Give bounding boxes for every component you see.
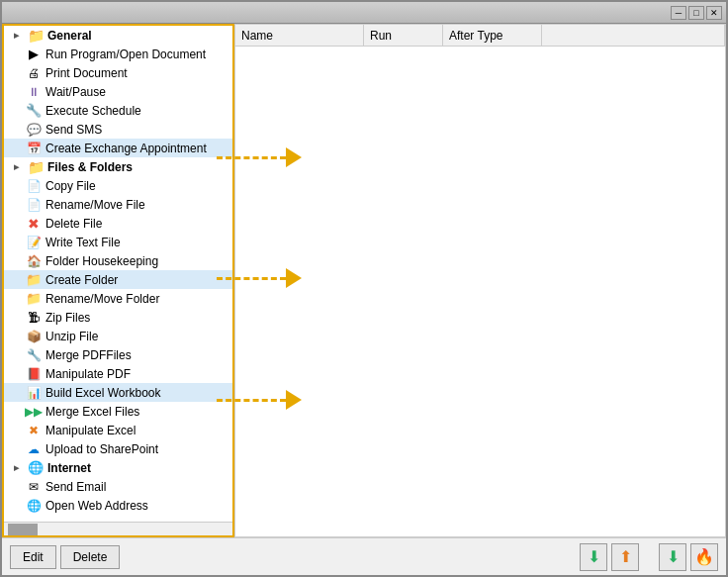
category-general-label: General [47, 29, 92, 43]
sidebar-item-execute-schedule[interactable]: 🔧 Execute Schedule [4, 101, 232, 120]
create-folder-icon: 📁 [26, 272, 42, 288]
horizontal-scrollbar[interactable] [4, 522, 232, 535]
create-folder-label: Create Folder [46, 273, 118, 287]
minimize-button[interactable]: ─ [671, 6, 686, 20]
category-files-folders[interactable]: ▸ 📁 Files & Folders [4, 157, 232, 176]
bottom-toolbar: Edit Delete ⬇ ⬆ ⬇ 🔥 [2, 537, 726, 575]
sidebar-item-delete-file[interactable]: ✖ Delete File [4, 214, 232, 233]
rename-move-folder-label: Rename/Move Folder [46, 292, 159, 306]
sidebar-item-manipulate-pdf[interactable]: 📕 Manipulate PDF [4, 364, 232, 383]
sidebar-item-build-excel[interactable]: 📊 Build Excel Workbook [4, 383, 232, 402]
move-up-button[interactable]: ⬆ [611, 543, 639, 571]
wait-pause-icon: ⏸ [26, 84, 42, 100]
col-name-label: Name [241, 29, 273, 43]
sidebar-item-send-sms[interactable]: 💬 Send SMS [4, 120, 232, 139]
sidebar-item-upload-sharepoint[interactable]: ☁ Upload to SharePoint [4, 439, 232, 458]
sidebar-item-zip-files[interactable]: 🗜 Zip Files [4, 308, 232, 327]
rename-move-folder-icon: 📁 [26, 291, 42, 307]
collapse-icon: ▸ [8, 28, 24, 44]
category-general[interactable]: ▸ 📁 General [4, 26, 232, 45]
sidebar-item-open-web[interactable]: 🌐 Open Web Address [4, 496, 232, 515]
left-panel: ▸ 📁 General ▶ Run Program/Open Document … [2, 24, 234, 537]
rename-move-file-icon: 📄 [26, 197, 42, 213]
unzip-file-icon: 📦 [26, 329, 42, 344]
folder-housekeeping-icon: 🏠 [26, 253, 42, 269]
send-sms-icon: 💬 [26, 122, 42, 138]
copy-file-icon: 📄 [26, 178, 42, 194]
sidebar-item-create-folder[interactable]: 📁 Create Folder [4, 270, 232, 289]
right-panel: Name Run After Type [234, 24, 726, 537]
category-internet[interactable]: ▸ 🌐 Internet [4, 458, 232, 477]
sidebar-item-rename-move-folder[interactable]: 📁 Rename/Move Folder [4, 289, 232, 308]
unzip-file-label: Unzip File [46, 330, 98, 343]
maximize-button[interactable]: □ [688, 6, 704, 20]
edit-button[interactable]: Edit [10, 545, 56, 569]
tree-container[interactable]: ▸ 📁 General ▶ Run Program/Open Document … [4, 26, 232, 522]
delete-button[interactable]: Delete [60, 545, 121, 569]
export-button[interactable]: 🔥 [690, 543, 718, 571]
close-button[interactable]: ✕ [706, 6, 722, 20]
sidebar-item-run-program[interactable]: ▶ Run Program/Open Document [4, 45, 232, 63]
sidebar-item-write-text-file[interactable]: 📝 Write Text File [4, 233, 232, 251]
copy-file-label: Copy File [46, 179, 96, 193]
col-run-header: Run [364, 25, 443, 46]
general-folder-icon: 📁 [28, 28, 44, 44]
move-down-button[interactable]: ⬇ [580, 543, 607, 571]
sidebar-item-create-exchange[interactable]: 📅 Create Exchange Appointment [4, 139, 232, 157]
execute-schedule-label: Execute Schedule [46, 104, 141, 118]
export-icon: 🔥 [694, 547, 714, 566]
h-scroll-thumb [8, 524, 38, 535]
delete-file-label: Delete File [46, 217, 102, 231]
col-name-header: Name [235, 25, 364, 46]
internet-collapse-icon: ▸ [8, 460, 24, 476]
manipulate-excel-icon: ✖ [26, 423, 42, 438]
run-program-label: Run Program/Open Document [46, 48, 206, 61]
merge-excel-icon: ▶▶ [26, 404, 42, 420]
send-sms-label: Send SMS [46, 123, 102, 137]
col-after-header: After Type [443, 25, 542, 46]
rename-move-file-label: Rename/Move File [46, 198, 145, 212]
folder-housekeeping-label: Folder Housekeeping [46, 254, 158, 268]
dashed-line-1 [217, 156, 286, 159]
sidebar-item-manipulate-excel[interactable]: ✖ Manipulate Excel [4, 421, 232, 439]
open-web-icon: 🌐 [26, 498, 42, 514]
arrow-head-1 [286, 147, 302, 167]
table-body [235, 47, 725, 536]
sidebar-item-unzip-file[interactable]: 📦 Unzip File [4, 327, 232, 345]
col-extra-header [542, 25, 725, 46]
create-exchange-icon: 📅 [26, 141, 42, 156]
print-document-label: Print Document [46, 66, 128, 80]
main-area: ▸ 📁 General ▶ Run Program/Open Document … [2, 24, 726, 537]
sidebar-item-send-email[interactable]: ✉ Send Email [4, 477, 232, 496]
upload-sharepoint-label: Upload to SharePoint [46, 442, 158, 456]
open-web-label: Open Web Address [46, 499, 148, 513]
create-exchange-label: Create Exchange Appointment [46, 142, 207, 155]
arrow3 [217, 390, 302, 410]
write-text-file-label: Write Text File [46, 236, 121, 249]
category-internet-label: Internet [47, 461, 91, 475]
sidebar-item-wait-pause[interactable]: ⏸ Wait/Pause [4, 82, 232, 101]
title-bar: ─ □ ✕ [2, 2, 726, 24]
sidebar-item-copy-file[interactable]: 📄 Copy File [4, 176, 232, 195]
main-window: ─ □ ✕ ▸ 📁 General ▶ Run Program/Open Doc… [0, 0, 728, 577]
sidebar-item-merge-excel[interactable]: ▶▶ Merge Excel Files [4, 402, 232, 421]
move-down-icon: ⬇ [588, 547, 600, 566]
sidebar-item-folder-housekeeping[interactable]: 🏠 Folder Housekeeping [4, 251, 232, 270]
arrow1 [217, 147, 302, 167]
sidebar-item-print-document[interactable]: 🖨 Print Document [4, 63, 232, 82]
build-excel-label: Build Excel Workbook [46, 386, 161, 400]
sidebar-item-rename-move-file[interactable]: 📄 Rename/Move File [4, 195, 232, 214]
sidebar-item-merge-pdf[interactable]: 🔧 Merge PDFFiles [4, 345, 232, 364]
send-email-icon: ✉ [26, 479, 42, 495]
print-document-icon: 🖨 [26, 65, 42, 81]
run-program-icon: ▶ [26, 47, 42, 62]
delete-file-icon: ✖ [26, 216, 42, 232]
dashed-line-3 [217, 399, 286, 402]
import-button[interactable]: ⬇ [659, 543, 686, 571]
arrow2 [217, 268, 302, 288]
send-email-label: Send Email [46, 480, 106, 494]
execute-schedule-icon: 🔧 [26, 103, 42, 119]
dashed-line-2 [217, 277, 286, 280]
delete-label: Delete [73, 550, 108, 564]
right-area: Name Run After Type [234, 24, 726, 537]
